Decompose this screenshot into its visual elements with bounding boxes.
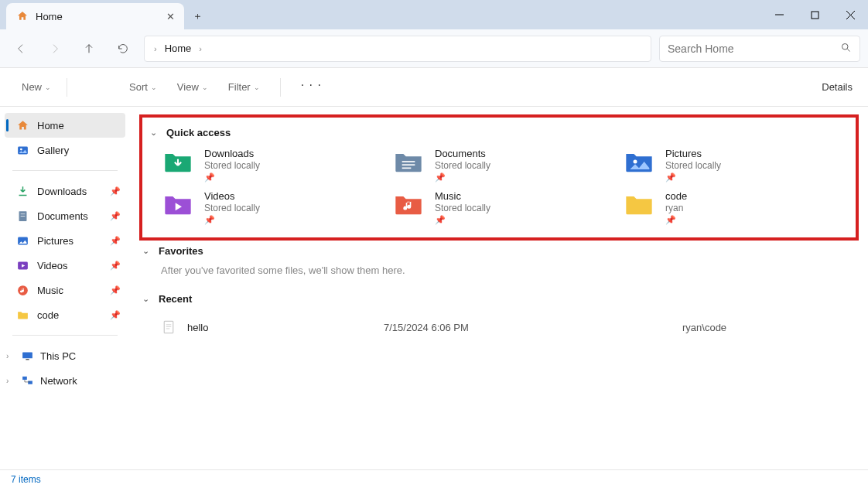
new-tab-button[interactable]: ＋: [184, 3, 210, 29]
network-icon: [20, 374, 34, 387]
recent-item[interactable]: hello 7/15/2024 6:06 PM ryan\code: [139, 316, 859, 339]
tab-title: Home: [36, 11, 63, 22]
chevron-right-icon: ›: [154, 44, 157, 53]
address-text: Home: [165, 43, 192, 54]
downloads-folder-icon: [161, 148, 195, 176]
view-menu[interactable]: View ⌄: [177, 78, 208, 97]
maximize-button[interactable]: [797, 0, 832, 29]
details-button[interactable]: Details: [822, 81, 853, 93]
sidebar-label: Music: [37, 285, 63, 296]
favorites-header[interactable]: ⌄ Favorites: [139, 244, 859, 258]
pin-icon: 📌: [110, 285, 121, 295]
home-icon: [15, 118, 29, 132]
chevron-down-icon: ⌄: [142, 294, 149, 304]
quick-access-header[interactable]: ⌄ Quick access: [147, 125, 851, 140]
sidebar-item-downloads[interactable]: Downloads 📌: [0, 179, 130, 203]
item-name: Documents: [435, 148, 490, 159]
svg-rect-14: [22, 352, 32, 358]
filter-menu[interactable]: Filter ⌄: [228, 78, 260, 97]
quick-access-item-documents[interactable]: Documents Stored locally 📌: [391, 148, 607, 183]
pin-icon: 📌: [110, 310, 121, 320]
window-tab[interactable]: Home ✕: [6, 3, 184, 29]
nav-refresh-button[interactable]: [110, 36, 136, 62]
section-title: Quick access: [166, 127, 231, 138]
chevron-right-icon: ›: [199, 44, 202, 53]
nav-up-button[interactable]: [76, 36, 102, 62]
pin-icon: 📌: [435, 215, 490, 225]
item-name: Pictures: [665, 148, 721, 159]
search-icon[interactable]: [840, 42, 852, 56]
sidebar-item-documents[interactable]: Documents 📌: [0, 203, 130, 228]
pin-icon: 📌: [110, 211, 121, 221]
main-content: ⌄ Quick access Downloads Stored locally …: [130, 107, 868, 469]
sidebar: Home Gallery Downloads 📌 Documents 📌 Pic…: [0, 107, 130, 469]
svg-rect-22: [164, 321, 173, 333]
sidebar-item-pictures[interactable]: Pictures 📌: [0, 228, 130, 253]
pin-icon: 📌: [665, 215, 687, 225]
sidebar-label: This PC: [40, 350, 76, 362]
sidebar-item-videos[interactable]: Videos 📌: [0, 253, 130, 278]
sidebar-item-code[interactable]: code 📌: [0, 302, 130, 327]
tab-close-button[interactable]: ✕: [166, 11, 175, 22]
quick-access-highlight: ⌄ Quick access Downloads Stored locally …: [139, 114, 859, 241]
sidebar-label: Pictures: [37, 235, 73, 247]
search-input[interactable]: [668, 43, 840, 55]
pictures-icon: [15, 234, 29, 247]
sidebar-label: Home: [37, 120, 64, 131]
chevron-down-icon: ⌄: [151, 84, 157, 91]
sidebar-item-home[interactable]: Home: [5, 113, 125, 138]
view-label: View: [177, 81, 199, 93]
chevron-down-icon: ⌄: [142, 246, 149, 256]
minimize-button[interactable]: [761, 0, 797, 29]
filter-label: Filter: [228, 81, 251, 93]
pin-icon: 📌: [435, 172, 490, 183]
new-menu[interactable]: New ⌄: [22, 81, 51, 93]
svg-rect-17: [28, 381, 32, 384]
sidebar-label: Gallery: [37, 145, 69, 156]
recent-name: hello: [187, 322, 373, 333]
pictures-folder-icon: [622, 148, 656, 176]
quick-access-item-music[interactable]: Music Stored locally 📌: [391, 190, 607, 225]
chevron-right-icon: ›: [6, 377, 14, 385]
item-subtitle: ryan: [665, 203, 687, 213]
sidebar-item-music[interactable]: Music 📌: [0, 278, 130, 302]
svg-rect-16: [22, 376, 27, 379]
sort-menu[interactable]: Sort ⌄: [129, 78, 157, 97]
pin-icon: 📌: [110, 186, 121, 196]
item-name: Downloads: [204, 148, 260, 159]
recent-header[interactable]: ⌄ Recent: [139, 292, 859, 306]
close-window-button[interactable]: [832, 0, 868, 29]
toolbar-separator: [67, 78, 67, 97]
nav-back-button[interactable]: [8, 36, 34, 62]
svg-point-7: [19, 148, 22, 150]
pc-icon: [20, 349, 34, 363]
chevron-right-icon: ›: [6, 352, 14, 360]
nav-forward-button[interactable]: [42, 36, 68, 62]
quick-access-item-pictures[interactable]: Pictures Stored locally 📌: [622, 148, 837, 183]
videos-folder-icon: [161, 190, 195, 218]
chevron-down-icon: ⌄: [45, 84, 51, 91]
svg-rect-1: [812, 12, 818, 19]
item-subtitle: Stored locally: [665, 160, 721, 171]
sidebar-separator: [12, 335, 118, 336]
sidebar-label: Network: [40, 375, 77, 387]
sort-label: Sort: [129, 81, 148, 93]
titlebar: Home ✕ ＋: [0, 0, 868, 29]
address-bar[interactable]: › Home ›: [144, 36, 651, 62]
item-subtitle: Stored locally: [204, 203, 260, 213]
quick-access-item-videos[interactable]: Videos Stored locally 📌: [161, 190, 376, 225]
item-subtitle: Stored locally: [435, 160, 490, 171]
item-subtitle: Stored locally: [204, 160, 260, 171]
chevron-down-icon: ⌄: [202, 84, 208, 91]
recent-date: 7/15/2024 6:06 PM: [384, 322, 672, 333]
item-subtitle: Stored locally: [435, 203, 490, 213]
item-name: Videos: [204, 190, 260, 202]
sidebar-item-this-pc[interactable]: › This PC: [0, 343, 130, 368]
quick-access-item-downloads[interactable]: Downloads Stored locally 📌: [161, 148, 376, 183]
svg-rect-15: [26, 359, 29, 360]
sidebar-item-network[interactable]: › Network: [0, 368, 130, 393]
quick-access-item-code[interactable]: code ryan 📌: [622, 190, 837, 225]
search-box[interactable]: [659, 36, 860, 62]
sidebar-item-gallery[interactable]: Gallery: [0, 138, 130, 162]
more-menu[interactable]: · · ·: [301, 78, 322, 97]
